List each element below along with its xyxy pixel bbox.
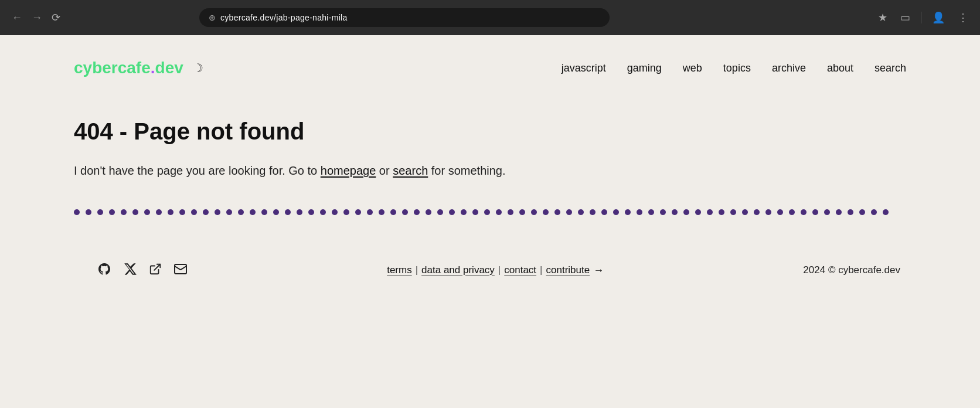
dot: [379, 209, 384, 215]
footer-sep-1: |: [416, 264, 418, 276]
dot: [730, 209, 736, 215]
search-link[interactable]: search: [393, 164, 428, 177]
dot: [801, 209, 807, 215]
back-button[interactable]: ←: [9, 10, 25, 25]
dot: [848, 209, 853, 215]
logo-dev: dev: [155, 59, 183, 77]
dot: [648, 209, 654, 215]
dot: [261, 209, 267, 215]
dot: [472, 209, 478, 215]
dot: [789, 209, 795, 215]
dot: [308, 209, 314, 215]
nav-web[interactable]: web: [683, 62, 702, 74]
dot: [74, 209, 80, 215]
dot: [519, 209, 525, 215]
dot: [390, 209, 396, 215]
error-desc-middle: or: [376, 164, 393, 177]
dot: [121, 209, 127, 215]
dot: [660, 209, 666, 215]
dot: [672, 209, 678, 215]
dot: [531, 209, 537, 215]
dot: [179, 209, 185, 215]
contribute-link[interactable]: contribute: [546, 264, 590, 276]
dot: [590, 209, 596, 215]
dot: [812, 209, 818, 215]
reload-button[interactable]: ⟳: [49, 10, 63, 25]
email-icon: [173, 262, 188, 276]
external-link[interactable]: [149, 263, 162, 278]
site-logo[interactable]: cybercafe.dev: [74, 59, 183, 77]
extensions-button[interactable]: ▭: [898, 9, 913, 26]
dot: [637, 209, 642, 215]
dot: [226, 209, 232, 215]
forward-button[interactable]: →: [29, 10, 45, 25]
github-link[interactable]: [97, 262, 111, 278]
nav-javascript[interactable]: javascript: [562, 62, 606, 74]
dot: [554, 209, 560, 215]
nav-gaming[interactable]: gaming: [627, 62, 662, 74]
dot: [601, 209, 607, 215]
terms-link[interactable]: terms: [387, 264, 412, 276]
dot: [449, 209, 455, 215]
dot: [238, 209, 244, 215]
menu-button[interactable]: ⋮: [955, 9, 971, 26]
dot: [683, 209, 689, 215]
error-desc-prefix: I don't have the page you are looking fo…: [74, 164, 321, 177]
site-footer: terms | data and privacy | contact | con…: [74, 256, 906, 284]
toolbar-divider: [921, 12, 921, 23]
dot: [144, 209, 150, 215]
twitter-icon: [123, 262, 137, 276]
url-text: cybercafe.dev/jab-page-nahi-mila: [220, 13, 348, 22]
dot: [191, 209, 197, 215]
dot: [355, 209, 361, 215]
footer-social: [97, 262, 188, 278]
browser-nav-buttons: ← → ⟳: [9, 10, 63, 25]
nav-archive[interactable]: archive: [772, 62, 806, 74]
dot: [871, 209, 877, 215]
svg-line-0: [154, 264, 160, 270]
bookmark-button[interactable]: ★: [876, 9, 890, 26]
dot: [824, 209, 830, 215]
nav-about[interactable]: about: [827, 62, 853, 74]
footer-links: terms | data and privacy | contact | con…: [387, 264, 604, 277]
dark-mode-toggle[interactable]: ☽: [190, 59, 206, 77]
dot: [754, 209, 760, 215]
contact-link[interactable]: contact: [504, 264, 536, 276]
footer-sep-3: |: [540, 264, 542, 276]
dot: [203, 209, 209, 215]
dot: [578, 209, 584, 215]
footer-copyright: 2024 © cybercafe.dev: [803, 264, 900, 276]
dot: [402, 209, 408, 215]
dot: [707, 209, 713, 215]
privacy-link[interactable]: data and privacy: [421, 264, 495, 276]
dot: [332, 209, 338, 215]
external-icon: [149, 263, 162, 276]
dot: [461, 209, 467, 215]
dot: [97, 209, 103, 215]
dot: [343, 209, 349, 215]
address-bar-wrapper: ⊕ cybercafe.dev/jab-page-nahi-mila: [199, 8, 610, 27]
github-icon: [97, 262, 111, 276]
dot: [543, 209, 549, 215]
profile-button[interactable]: 👤: [930, 9, 947, 26]
dot: [414, 209, 420, 215]
error-description: I don't have the page you are looking fo…: [74, 161, 906, 180]
dotted-divider: [74, 209, 906, 215]
dot: [719, 209, 724, 215]
site-logo-area: cybercafe.dev ☽: [74, 59, 206, 77]
security-icon: ⊕: [209, 13, 216, 22]
dot: [625, 209, 631, 215]
address-bar[interactable]: ⊕ cybercafe.dev/jab-page-nahi-mila: [199, 8, 610, 27]
browser-actions: ★ ▭ 👤 ⋮: [876, 9, 971, 26]
svg-rect-1: [175, 264, 186, 274]
site-header: cybercafe.dev ☽ javascript gaming web to…: [74, 59, 906, 77]
homepage-link[interactable]: homepage: [321, 164, 376, 177]
dot: [742, 209, 748, 215]
nav-topics[interactable]: topics: [723, 62, 751, 74]
dot: [859, 209, 865, 215]
dot: [250, 209, 256, 215]
page-content: cybercafe.dev ☽ javascript gaming web to…: [39, 35, 941, 308]
nav-search[interactable]: search: [874, 62, 906, 74]
email-link[interactable]: [173, 262, 188, 278]
twitter-link[interactable]: [123, 262, 137, 278]
